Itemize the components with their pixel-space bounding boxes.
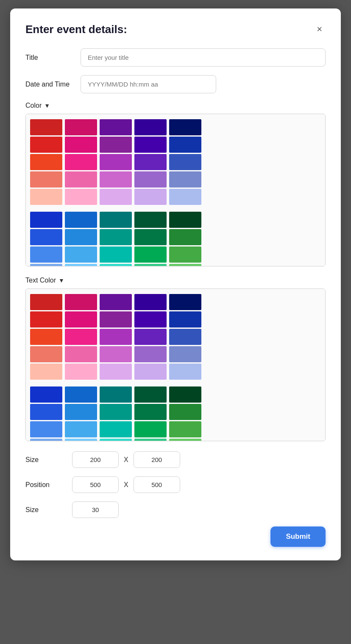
color-swatch[interactable] [100,329,132,345]
color-swatch[interactable] [100,346,132,362]
color-swatch[interactable] [65,386,97,403]
color-swatch[interactable] [100,294,132,310]
color-picker[interactable] [25,114,326,266]
color-swatch[interactable] [134,439,167,441]
color-swatch[interactable] [30,171,62,188]
text-color-picker[interactable] [25,288,326,441]
position-x-input[interactable] [72,476,119,493]
color-swatch[interactable] [169,246,201,263]
color-swatch[interactable] [30,439,62,441]
color-swatch[interactable] [100,439,132,441]
color-swatch[interactable] [100,154,132,170]
color-swatch[interactable] [134,346,167,362]
color-swatch[interactable] [30,189,62,205]
color-swatch[interactable] [169,294,201,310]
color-swatch[interactable] [65,154,97,170]
color-swatch[interactable] [100,246,132,263]
color-swatch[interactable] [30,229,62,245]
color-swatch[interactable] [100,119,132,135]
color-swatch[interactable] [30,364,62,380]
color-swatch[interactable] [30,264,62,266]
color-swatch[interactable] [169,346,201,362]
color-swatch[interactable] [169,439,201,441]
title-input[interactable] [81,48,326,67]
color-swatch[interactable] [169,311,201,328]
font-size-input[interactable] [72,501,119,518]
color-swatch[interactable] [100,229,132,245]
color-swatch[interactable] [30,154,62,170]
color-swatch[interactable] [65,171,97,188]
color-swatch[interactable] [100,311,132,328]
color-swatch[interactable] [65,246,97,263]
color-swatch[interactable] [134,329,167,345]
color-swatch[interactable] [169,229,201,245]
color-swatch[interactable] [65,229,97,245]
color-section-header[interactable]: Color ▼ [25,102,326,109]
color-swatch[interactable] [169,137,201,153]
color-swatch[interactable] [30,137,62,153]
text-color-section-header[interactable]: Text Color ▼ [25,277,326,284]
color-swatch[interactable] [65,311,97,328]
position-y-input[interactable] [134,476,180,493]
color-swatch[interactable] [100,404,132,420]
color-swatch[interactable] [30,246,62,263]
size-height-input[interactable] [134,451,180,468]
color-swatch[interactable] [169,421,201,437]
color-swatch[interactable] [65,329,97,345]
color-swatch[interactable] [30,386,62,403]
color-swatch[interactable] [100,189,132,205]
color-swatch[interactable] [134,154,167,170]
color-swatch[interactable] [100,137,132,153]
color-swatch[interactable] [169,386,201,403]
color-swatch[interactable] [169,154,201,170]
color-swatch[interactable] [65,364,97,380]
color-swatch[interactable] [134,171,167,188]
color-swatch[interactable] [169,119,201,135]
color-swatch[interactable] [65,212,97,228]
color-swatch[interactable] [134,421,167,437]
color-swatch[interactable] [134,246,167,263]
close-button[interactable]: × [313,22,326,36]
color-swatch[interactable] [134,264,167,266]
color-swatch[interactable] [100,171,132,188]
color-swatch[interactable] [169,364,201,380]
size-width-input[interactable] [72,451,119,468]
color-swatch[interactable] [65,294,97,310]
submit-button[interactable]: Submit [270,526,326,547]
color-swatch[interactable] [169,329,201,345]
color-swatch[interactable] [30,212,62,228]
color-swatch[interactable] [100,264,132,266]
color-swatch[interactable] [134,364,167,380]
color-swatch[interactable] [134,212,167,228]
color-swatch[interactable] [65,439,97,441]
color-swatch[interactable] [134,137,167,153]
color-swatch[interactable] [30,421,62,437]
color-swatch[interactable] [134,229,167,245]
color-swatch[interactable] [30,294,62,310]
color-swatch[interactable] [169,212,201,228]
color-swatch[interactable] [30,311,62,328]
color-swatch[interactable] [100,212,132,228]
color-swatch[interactable] [65,346,97,362]
datetime-input[interactable] [81,75,216,93]
color-swatch[interactable] [100,421,132,437]
color-swatch[interactable] [134,311,167,328]
color-swatch[interactable] [169,404,201,420]
color-swatch[interactable] [65,189,97,205]
color-swatch[interactable] [134,294,167,310]
color-swatch[interactable] [134,386,167,403]
color-swatch[interactable] [65,421,97,437]
color-swatch[interactable] [65,137,97,153]
color-swatch[interactable] [134,189,167,205]
color-swatch[interactable] [65,119,97,135]
color-swatch[interactable] [30,346,62,362]
color-swatch[interactable] [30,404,62,420]
color-swatch[interactable] [169,171,201,188]
color-swatch[interactable] [30,119,62,135]
color-swatch[interactable] [65,264,97,266]
color-swatch[interactable] [169,189,201,205]
color-swatch[interactable] [134,119,167,135]
color-swatch[interactable] [100,364,132,380]
color-swatch[interactable] [30,329,62,345]
color-swatch[interactable] [169,264,201,266]
